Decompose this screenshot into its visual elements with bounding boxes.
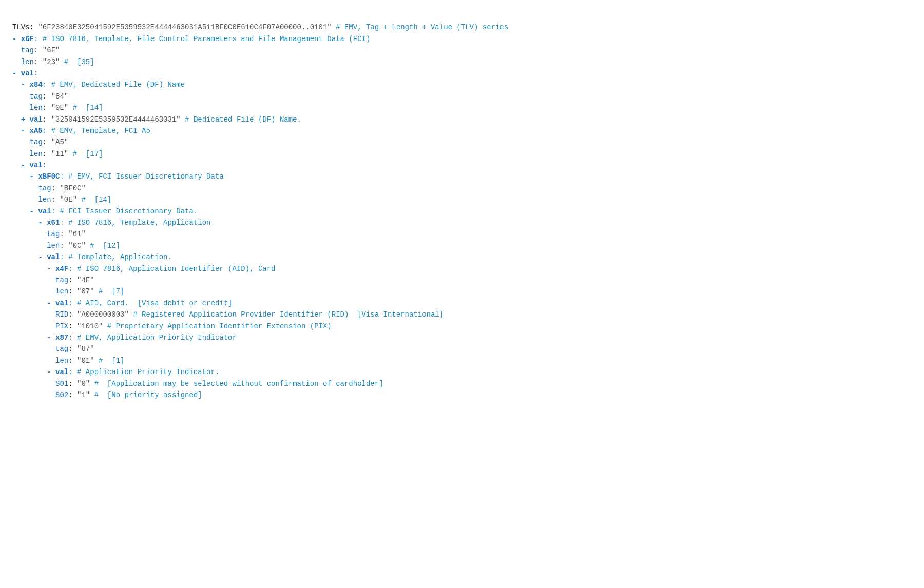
code-part: : # ISO 7816, Application Identifier (AI… bbox=[68, 265, 275, 273]
code-line: len: "0E" # [14] bbox=[12, 102, 912, 113]
code-part bbox=[12, 391, 55, 399]
code-part: "0E" bbox=[60, 195, 77, 204]
code-part: "BF0C" bbox=[60, 184, 85, 192]
code-container: TLVs: "6F23840E325041592E5359532E4444463… bbox=[12, 10, 912, 401]
code-part: # [35] bbox=[60, 58, 94, 66]
code-part: PIX bbox=[55, 322, 68, 330]
code-part: : bbox=[51, 195, 60, 204]
code-line: - x87: # EMV, Application Priority Indic… bbox=[12, 332, 912, 343]
code-part: tag bbox=[47, 230, 60, 238]
code-part: : bbox=[68, 276, 77, 284]
code-line: tag: "4F" bbox=[12, 275, 912, 286]
code-part: + bbox=[12, 115, 30, 124]
code-line: len: "0C" # [12] bbox=[12, 240, 912, 251]
code-line: tag: "84" bbox=[12, 91, 912, 102]
code-part: : bbox=[68, 345, 77, 353]
code-part: val bbox=[55, 368, 68, 376]
code-part bbox=[12, 287, 55, 296]
code-part: "07" bbox=[77, 287, 94, 296]
code-part: len bbox=[21, 58, 34, 66]
code-part: "0C" bbox=[68, 242, 86, 250]
code-part bbox=[12, 357, 55, 365]
code-line: RID: "A000000003" # Registered Applicati… bbox=[12, 309, 912, 320]
code-part: : bbox=[68, 310, 77, 319]
code-part: : # ISO 7816, Template, Application bbox=[60, 219, 210, 227]
code-line: TLVs: "6F23840E325041592E5359532E4444463… bbox=[12, 22, 912, 33]
code-part: : # EMV, Template, FCI A5 bbox=[43, 127, 150, 135]
code-line: - val: # FCI Issuer Discretionary Data. bbox=[12, 206, 912, 217]
code-part bbox=[12, 58, 21, 66]
code-part: xBF0C bbox=[38, 172, 60, 181]
code-part: len bbox=[30, 150, 43, 158]
code-line: - val: bbox=[12, 160, 912, 171]
code-part bbox=[12, 138, 30, 146]
code-part: : bbox=[43, 104, 51, 112]
code-part: : bbox=[43, 161, 47, 169]
code-part: - bbox=[12, 81, 30, 89]
code-line: tag: "A5" bbox=[12, 136, 912, 148]
code-part: val bbox=[47, 253, 60, 261]
code-part: len bbox=[55, 287, 68, 296]
code-part bbox=[12, 322, 55, 330]
code-line: - x61: # ISO 7816, Template, Application bbox=[12, 217, 912, 228]
code-part: - bbox=[12, 207, 38, 215]
code-part: : bbox=[43, 138, 51, 146]
code-part: val bbox=[21, 69, 34, 77]
code-part: "325041592E5359532E4444463031" bbox=[51, 115, 181, 124]
code-line: S02: "1" # [No priority assigned] bbox=[12, 389, 912, 401]
code-part bbox=[12, 276, 55, 284]
code-part: "1010" bbox=[77, 322, 103, 330]
code-part: # [12] bbox=[86, 242, 120, 250]
code-part: "6F23840E325041592E5359532E4444463031A51… bbox=[38, 23, 331, 31]
code-line: len: "23" # [35] bbox=[12, 56, 912, 68]
code-part: : # EMV, Application Priority Indicator bbox=[68, 334, 237, 342]
code-part: : # EMV, FCI Issuer Discretionary Data bbox=[60, 172, 223, 181]
code-line: tag: "61" bbox=[12, 228, 912, 240]
code-part: "A000000003" bbox=[77, 310, 129, 319]
code-part: val bbox=[38, 207, 51, 215]
code-part: len bbox=[55, 357, 68, 365]
code-part: "A5" bbox=[51, 138, 69, 146]
code-line: tag: "6F" bbox=[12, 45, 912, 56]
code-part: # [14] bbox=[77, 195, 111, 204]
code-part: # Registered Application Provider Identi… bbox=[129, 310, 444, 319]
code-line: tag: "87" bbox=[12, 343, 912, 355]
code-line: - val: # Template, Application. bbox=[12, 251, 912, 263]
code-part: xA5 bbox=[30, 127, 43, 135]
code-part: "1" bbox=[77, 391, 90, 399]
code-part bbox=[12, 92, 30, 101]
code-part: tag bbox=[30, 138, 43, 146]
code-part: : # Application Priority Indicator. bbox=[68, 368, 219, 376]
code-part: : bbox=[34, 58, 43, 66]
code-part: # Dedicated File (DF) Name. bbox=[181, 115, 301, 124]
code-part: : bbox=[51, 184, 60, 192]
code-part bbox=[12, 195, 38, 204]
code-part: len bbox=[47, 242, 60, 250]
code-part: len bbox=[30, 104, 43, 112]
code-part bbox=[12, 104, 30, 112]
code-part: - bbox=[12, 127, 30, 135]
code-part: tag bbox=[30, 92, 43, 101]
code-part: "4F" bbox=[77, 276, 94, 284]
code-part: - bbox=[12, 219, 47, 227]
code-part: : bbox=[68, 357, 77, 365]
code-part: : bbox=[68, 391, 77, 399]
code-part: - bbox=[12, 161, 30, 169]
code-part: : bbox=[43, 115, 51, 124]
code-part: # [Application may be selected without c… bbox=[90, 380, 383, 388]
code-part: val bbox=[30, 115, 43, 124]
code-part: - bbox=[12, 334, 55, 342]
code-part: : bbox=[68, 322, 77, 330]
code-part: len bbox=[38, 195, 51, 204]
code-part bbox=[12, 150, 30, 158]
code-part: S02 bbox=[55, 391, 68, 399]
code-part: : bbox=[60, 230, 68, 238]
code-part: # [14] bbox=[68, 104, 103, 112]
code-part: : bbox=[68, 380, 77, 388]
code-part: - bbox=[12, 69, 21, 77]
code-part: : # AID, Card. [Visa debit or credit] bbox=[68, 299, 232, 307]
code-part: val bbox=[30, 161, 43, 169]
code-part: : # FCI Issuer Discretionary Data. bbox=[51, 207, 198, 215]
code-part bbox=[12, 230, 47, 238]
code-line: len: "11" # [17] bbox=[12, 148, 912, 160]
